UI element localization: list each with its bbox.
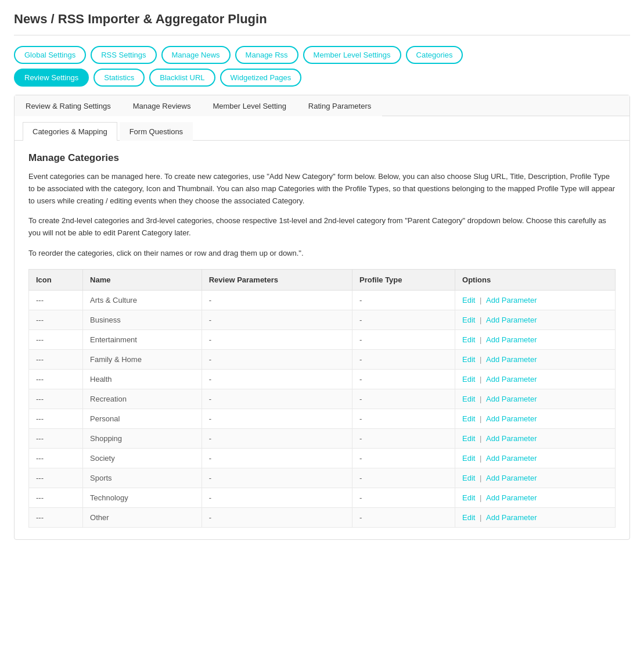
col-header-review-parameters: Review Parameters	[202, 269, 352, 290]
review-parameters-cell: -	[202, 349, 352, 369]
profile-type-cell: -	[352, 488, 455, 507]
col-header-icon: Icon	[29, 269, 83, 290]
option-separator: |	[477, 474, 484, 482]
add-parameter-link[interactable]: Add Parameter	[486, 454, 537, 463]
profile-type-cell: -	[352, 290, 455, 310]
col-header-profile-type: Profile Type	[352, 269, 455, 290]
icon-cell: ---	[29, 389, 83, 409]
profile-type-cell: -	[352, 409, 455, 428]
option-separator: |	[477, 434, 484, 443]
table-row: ---Entertainment--Edit | Add Parameter	[29, 330, 616, 349]
name-cell: Recreation	[83, 389, 202, 409]
add-parameter-link[interactable]: Add Parameter	[486, 434, 537, 443]
tab-manage-reviews[interactable]: Manage Reviews	[122, 95, 202, 116]
option-separator: |	[477, 454, 484, 463]
description-text-3: To reorder the categories, click on thei…	[28, 248, 616, 260]
table-row: ---Shopping--Edit | Add Parameter	[29, 428, 616, 448]
table-header-row: Icon Name Review Parameters Profile Type…	[29, 269, 616, 290]
icon-cell: ---	[29, 507, 83, 527]
profile-type-cell: -	[352, 428, 455, 448]
icon-cell: ---	[29, 369, 83, 389]
edit-link[interactable]: Edit	[462, 355, 475, 364]
option-separator: |	[477, 395, 484, 403]
icon-cell: ---	[29, 290, 83, 310]
add-parameter-link[interactable]: Add Parameter	[486, 474, 537, 482]
icon-cell: ---	[29, 349, 83, 369]
review-parameters-cell: -	[202, 290, 352, 310]
profile-type-cell: -	[352, 349, 455, 369]
add-parameter-link[interactable]: Add Parameter	[486, 375, 537, 384]
table-row: ---Business--Edit | Add Parameter	[29, 310, 616, 330]
review-parameters-cell: -	[202, 507, 352, 527]
edit-link[interactable]: Edit	[462, 296, 475, 305]
table-row: ---Society--Edit | Add Parameter	[29, 448, 616, 468]
add-parameter-link[interactable]: Add Parameter	[486, 414, 537, 423]
add-parameter-link[interactable]: Add Parameter	[486, 513, 537, 522]
table-row: ---Technology--Edit | Add Parameter	[29, 488, 616, 507]
icon-cell: ---	[29, 468, 83, 488]
edit-link[interactable]: Edit	[462, 474, 475, 482]
icon-cell: ---	[29, 330, 83, 349]
name-cell: Other	[83, 507, 202, 527]
edit-link[interactable]: Edit	[462, 335, 475, 344]
review-parameters-cell: -	[202, 389, 352, 409]
nav-btn-widgetized-pages[interactable]: Widgetized Pages	[220, 69, 302, 87]
nav-btn-global-settings[interactable]: Global Settings	[14, 46, 86, 64]
nav-btn-statistics[interactable]: Statistics	[93, 69, 145, 87]
review-parameters-cell: -	[202, 310, 352, 330]
table-row: ---Recreation--Edit | Add Parameter	[29, 389, 616, 409]
profile-type-cell: -	[352, 507, 455, 527]
options-cell: Edit | Add Parameter	[455, 507, 616, 527]
nav-btn-blacklist-url[interactable]: Blacklist URL	[149, 69, 215, 87]
sub-tab-form-questions[interactable]: Form Questions	[120, 122, 193, 141]
table-row: ---Arts & Culture--Edit | Add Parameter	[29, 290, 616, 310]
edit-link[interactable]: Edit	[462, 316, 475, 324]
options-cell: Edit | Add Parameter	[455, 330, 616, 349]
categories-table: Icon Name Review Parameters Profile Type…	[28, 269, 616, 528]
sub-tab-categories-mapping[interactable]: Categories & Mapping	[23, 122, 117, 141]
add-parameter-link[interactable]: Add Parameter	[486, 316, 537, 324]
table-row: ---Family & Home--Edit | Add Parameter	[29, 349, 616, 369]
add-parameter-link[interactable]: Add Parameter	[486, 395, 537, 403]
edit-link[interactable]: Edit	[462, 434, 475, 443]
option-separator: |	[477, 335, 484, 344]
option-separator: |	[477, 355, 484, 364]
review-parameters-cell: -	[202, 488, 352, 507]
name-cell: Entertainment	[83, 330, 202, 349]
options-cell: Edit | Add Parameter	[455, 310, 616, 330]
tab-rating-parameters[interactable]: Rating Parameters	[297, 95, 382, 116]
add-parameter-link[interactable]: Add Parameter	[486, 493, 537, 502]
name-cell: Arts & Culture	[83, 290, 202, 310]
option-separator: |	[477, 316, 484, 324]
description-text-1: Event categories can be managed here. To…	[28, 171, 616, 207]
section-title: Manage Categories	[28, 152, 616, 164]
icon-cell: ---	[29, 409, 83, 428]
nav-buttons: Global Settings RSS Settings Manage News…	[14, 46, 630, 64]
add-parameter-link[interactable]: Add Parameter	[486, 296, 537, 305]
add-parameter-link[interactable]: Add Parameter	[486, 355, 537, 364]
tab-review-rating-settings[interactable]: Review & Rating Settings	[15, 95, 122, 116]
name-cell: Sports	[83, 468, 202, 488]
nav-btn-manage-rss[interactable]: Manage Rss	[235, 46, 298, 64]
tabs-row: Review & Rating Settings Manage Reviews …	[15, 95, 629, 116]
edit-link[interactable]: Edit	[462, 414, 475, 423]
nav-btn-manage-news[interactable]: Manage News	[161, 46, 231, 64]
nav-btn-member-level-settings[interactable]: Member Level Settings	[303, 46, 401, 64]
add-parameter-link[interactable]: Add Parameter	[486, 335, 537, 344]
icon-cell: ---	[29, 310, 83, 330]
edit-link[interactable]: Edit	[462, 454, 475, 463]
edit-link[interactable]: Edit	[462, 513, 475, 522]
tab-member-level-setting[interactable]: Member Level Setting	[202, 95, 297, 116]
edit-link[interactable]: Edit	[462, 395, 475, 403]
nav-btn-review-settings[interactable]: Review Settings	[14, 69, 89, 87]
nav-btn-rss-settings[interactable]: RSS Settings	[91, 46, 156, 64]
review-parameters-cell: -	[202, 369, 352, 389]
edit-link[interactable]: Edit	[462, 375, 475, 384]
name-cell: Society	[83, 448, 202, 468]
nav-btn-categories[interactable]: Categories	[406, 46, 463, 64]
table-row: ---Personal--Edit | Add Parameter	[29, 409, 616, 428]
profile-type-cell: -	[352, 389, 455, 409]
table-row: ---Health--Edit | Add Parameter	[29, 369, 616, 389]
edit-link[interactable]: Edit	[462, 493, 475, 502]
option-separator: |	[477, 493, 484, 502]
